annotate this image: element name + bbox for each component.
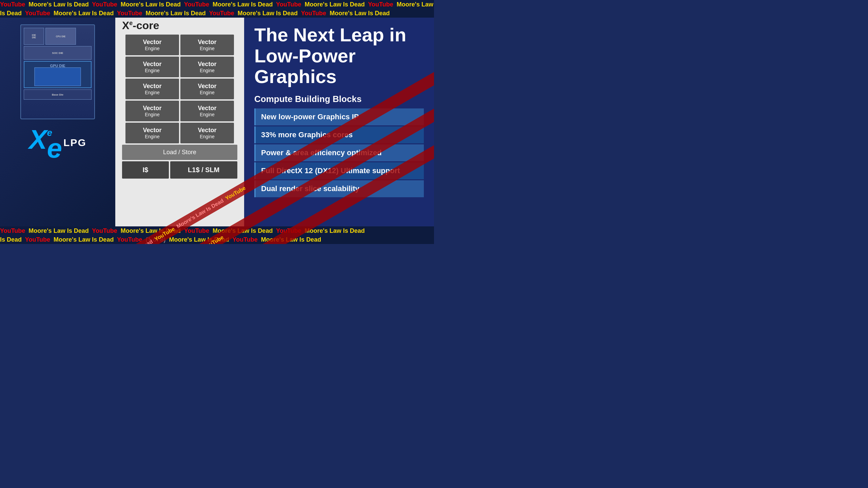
ioe-die-block: IOEDIE xyxy=(24,28,44,45)
ticker-top: YouTube Moore's Law Is Dead YouTube Moor… xyxy=(0,0,434,18)
xe-core-title: Xe-core xyxy=(115,19,159,32)
vector-engine-6: Vector Engine xyxy=(180,79,234,99)
bottom-bars: I$ L1$ / SLM xyxy=(122,161,237,179)
gpu-die-inner xyxy=(34,67,81,86)
feature-item-1: New low-power Graphics IP xyxy=(254,108,424,125)
compute-subtitle: Compute Building Blocks xyxy=(254,94,424,104)
ticker-bottom: YouTube Moore's Law Is Dead YouTube Moor… xyxy=(0,226,434,244)
vector-engine-1: Vector Engine xyxy=(125,35,179,55)
chip-diagram: IOEDIE CPU DIE SOC DIE GPU DIE Base Die xyxy=(20,24,95,119)
vector-engine-grid: Vector Engine Vector Engine Vector Engin… xyxy=(122,35,237,143)
cpu-die-block: CPU DIE xyxy=(45,28,76,45)
ioe-die-label: IOEDIE xyxy=(32,34,36,39)
slm-bar: L1$ / SLM xyxy=(170,161,237,179)
vector-engine-5: Vector Engine xyxy=(125,79,179,99)
base-die-label: Base Die xyxy=(52,93,63,96)
ticker-line-3: YouTube Moore's Law Is Dead YouTube Moor… xyxy=(0,226,434,235)
cpu-die-label: CPU DIE xyxy=(56,35,65,38)
vector-engine-8: Vector Engine xyxy=(180,101,234,121)
vector-engine-4: Vector Engine xyxy=(180,57,234,77)
main-title-line1: The Next Leap in xyxy=(254,24,406,45)
ticker-line-1: YouTube Moore's Law Is Dead YouTube Moor… xyxy=(0,0,434,9)
vector-engine-10: Vector Engine xyxy=(180,123,234,143)
chip-top-row: IOEDIE CPU DIE xyxy=(24,28,92,45)
left-section: IOEDIE CPU DIE SOC DIE GPU DIE Base Die … xyxy=(0,18,115,226)
feature-item-4: Full DirectX 12 (DX12) Ultimate support xyxy=(254,162,424,179)
feature-item-2: 33% more Graphics cores xyxy=(254,126,424,143)
main-content: IOEDIE CPU DIE SOC DIE GPU DIE Base Die … xyxy=(0,18,434,226)
vector-engine-9: Vector Engine xyxy=(125,123,179,143)
main-title-line2: Low-Power Graphics xyxy=(254,45,356,87)
is-cache-bar: I$ xyxy=(122,161,169,179)
xe-main-text: X xyxy=(29,126,47,153)
right-section: The Next Leap in Low-Power Graphics Comp… xyxy=(244,18,434,226)
page-indicator: (1 of 8) xyxy=(145,236,165,243)
base-die-block: Base Die xyxy=(24,89,92,100)
vector-engine-7: Vector Engine xyxy=(125,101,179,121)
vector-engine-3: Vector Engine xyxy=(125,57,179,77)
ticker-line-2: Is Dead YouTube Moore's Law Is Dead YouT… xyxy=(0,9,434,18)
feature-item-5: Dual render slice scalability xyxy=(254,180,424,197)
lpg-text: LPG xyxy=(63,137,86,148)
middle-section: Xe-core Vector Engine Vector Engine Vect… xyxy=(115,18,244,226)
gpu-die-block: GPU DIE xyxy=(24,61,92,88)
ticker-line-4: Is Dead YouTube Moore's Law Is Dead YouT… xyxy=(0,235,434,244)
feature-list: New low-power Graphics IP 33% more Graph… xyxy=(254,108,424,197)
load-store-bar: Load / Store xyxy=(122,145,237,160)
xe-e-text: e xyxy=(47,135,62,162)
soc-die-block: SOC DIE xyxy=(24,46,92,60)
feature-item-3: Power & area efficiency optimized xyxy=(254,144,424,161)
vector-engine-2: Vector Engine xyxy=(180,35,234,55)
soc-die-label: SOC DIE xyxy=(52,52,63,55)
xe-lpg-logo: X e e LPG xyxy=(29,126,86,162)
main-title: The Next Leap in Low-Power Graphics xyxy=(254,24,424,87)
